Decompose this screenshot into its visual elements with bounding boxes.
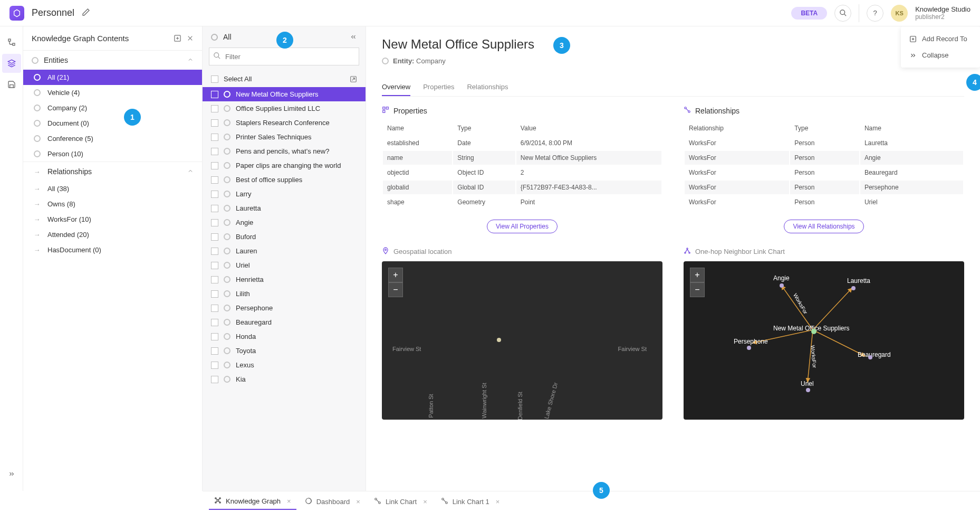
svg-line-14 — [352, 78, 355, 80]
bottom-tab[interactable]: Link Chart 1× — [436, 494, 505, 510]
help-button[interactable]: ? — [867, 5, 883, 22]
zoom-in-button[interactable]: + — [690, 268, 705, 282]
entity-item[interactable]: Company (2) — [23, 100, 202, 116]
list-item[interactable]: Henrietta — [203, 272, 366, 287]
item-checkbox[interactable] — [211, 290, 218, 298]
user-avatar[interactable]: KS — [891, 5, 908, 22]
list-item[interactable]: Lauretta — [203, 201, 366, 215]
select-all-checkbox[interactable] — [211, 75, 218, 83]
item-checkbox[interactable] — [211, 191, 218, 198]
list-item[interactable]: Pens and pencils, what's new? — [203, 144, 366, 158]
item-checkbox[interactable] — [211, 233, 218, 241]
edit-icon[interactable] — [82, 8, 90, 18]
list-item[interactable]: Beauregard — [203, 315, 366, 329]
svg-point-1 — [840, 10, 845, 15]
table-row: WorksForPersonLauretta — [685, 136, 963, 150]
item-checkbox[interactable] — [211, 262, 218, 269]
list-item[interactable]: Lilith — [203, 287, 366, 301]
list-item[interactable]: Kia — [203, 372, 366, 386]
zoom-out-button[interactable]: − — [690, 282, 705, 297]
relationship-item[interactable]: →WorksFor (10) — [23, 212, 202, 227]
item-checkbox[interactable] — [211, 91, 218, 98]
rail-expand-icon[interactable] — [2, 464, 21, 483]
list-item[interactable]: Lexus — [203, 358, 366, 372]
app-logo-icon — [9, 6, 24, 21]
entity-item[interactable]: Person (10) — [23, 146, 202, 162]
user-info: Knowledge Studio publisher2 — [915, 5, 971, 21]
close-tab-icon[interactable]: × — [287, 497, 291, 505]
list-item[interactable]: Lauren — [203, 244, 366, 258]
close-tab-icon[interactable]: × — [356, 498, 360, 506]
tab-overview[interactable]: Overview — [382, 79, 410, 96]
list-item[interactable]: Angie — [203, 215, 366, 230]
list-item[interactable]: Buford — [203, 230, 366, 244]
item-checkbox[interactable] — [211, 362, 218, 369]
rail-save-icon[interactable] — [2, 75, 21, 94]
item-checkbox[interactable] — [211, 176, 218, 184]
search-button[interactable] — [834, 5, 851, 22]
select-all-row[interactable]: Select All — [203, 71, 366, 87]
relationship-item[interactable]: →Owns (8) — [23, 196, 202, 212]
entity-item[interactable]: Document (0) — [23, 116, 202, 131]
view-all-properties-button[interactable]: View All Properties — [487, 220, 558, 233]
list-item[interactable]: New Metal Office Suppliers — [203, 87, 366, 101]
list-item[interactable]: Honda — [203, 329, 366, 344]
list-item[interactable]: Best of office supplies — [203, 173, 366, 187]
close-tab-icon[interactable]: × — [423, 498, 427, 506]
relation-arrow-icon: → — [32, 168, 42, 176]
view-all-relationships-button[interactable]: View All Relationships — [784, 220, 863, 233]
relationship-item[interactable]: →All (38) — [23, 181, 202, 196]
list-item[interactable]: Persephone — [203, 301, 366, 315]
zoom-in-button[interactable]: + — [388, 268, 403, 282]
link-chart[interactable]: +− New Metal Office Suppliers Angie — [684, 261, 964, 420]
entity-item[interactable]: Vehicle (4) — [23, 85, 202, 100]
relationships-section-header[interactable]: → Relationships — [23, 162, 202, 181]
list-item[interactable]: Uriel — [203, 258, 366, 272]
entity-item[interactable]: All (21) — [23, 70, 202, 85]
svg-line-29 — [687, 249, 689, 252]
relationship-item[interactable]: →HasDocument (0) — [23, 242, 202, 258]
item-checkbox[interactable] — [211, 134, 218, 141]
list-item[interactable]: Staplers Research Conference — [203, 116, 366, 130]
entity-dot-icon — [32, 57, 39, 64]
list-item[interactable]: Office Supplies Limited LLC — [203, 101, 366, 116]
collapse-button[interactable]: Collapse — [901, 47, 980, 63]
list-item[interactable]: Paper clips are changing the world — [203, 158, 366, 173]
item-checkbox[interactable] — [211, 347, 218, 355]
entities-section-header[interactable]: Entities — [23, 50, 202, 70]
item-checkbox[interactable] — [211, 119, 218, 127]
list-item[interactable]: Larry — [203, 187, 366, 201]
item-checkbox[interactable] — [211, 162, 218, 169]
svg-line-41 — [218, 499, 219, 500]
close-tab-icon[interactable]: × — [496, 498, 500, 506]
rail-tree-icon[interactable] — [2, 33, 21, 52]
item-checkbox[interactable] — [211, 105, 218, 112]
rail-layers-icon[interactable] — [2, 54, 21, 73]
item-checkbox[interactable] — [211, 219, 218, 226]
item-checkbox[interactable] — [211, 333, 218, 340]
item-checkbox[interactable] — [211, 376, 218, 383]
relationship-item[interactable]: →Attended (20) — [23, 227, 202, 242]
open-external-icon[interactable] — [350, 75, 357, 83]
item-checkbox[interactable] — [211, 148, 218, 155]
bottom-tab[interactable]: Knowledge Graph× — [209, 494, 296, 510]
item-checkbox[interactable] — [211, 248, 218, 255]
list-item[interactable]: Printer Sales Techniques — [203, 130, 366, 144]
filter-input[interactable] — [209, 48, 359, 65]
zoom-out-button[interactable]: − — [388, 282, 403, 297]
add-record-button[interactable]: Add Record To — [901, 31, 980, 47]
geospatial-map[interactable]: +− Fairview St Fairview St Patton St Wai… — [382, 261, 662, 420]
item-checkbox[interactable] — [211, 205, 218, 212]
collapse-list-icon[interactable] — [350, 33, 357, 41]
bottom-tab[interactable]: Dashboard× — [300, 494, 366, 510]
new-window-icon[interactable] — [174, 34, 181, 42]
bottom-tab[interactable]: Link Chart× — [369, 494, 433, 510]
list-item[interactable]: Toyota — [203, 344, 366, 358]
item-checkbox[interactable] — [211, 319, 218, 326]
tab-relationships[interactable]: Relationships — [467, 79, 508, 96]
close-panel-icon[interactable] — [187, 35, 194, 42]
item-checkbox[interactable] — [211, 305, 218, 312]
item-checkbox[interactable] — [211, 276, 218, 283]
tab-properties[interactable]: Properties — [423, 79, 454, 96]
entity-item[interactable]: Conference (5) — [23, 131, 202, 146]
